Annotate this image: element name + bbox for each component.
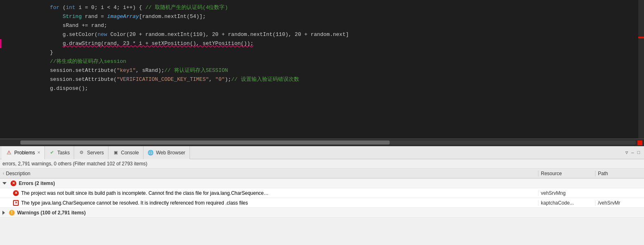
errors-expand-icon[interactable] <box>2 182 7 185</box>
problems-table: ↑ Description Resource Path ✕ Errors (2 … <box>0 169 644 245</box>
col-desc-label: Description <box>6 171 31 176</box>
tab-tasks[interactable]: ✔ Tasks <box>45 146 75 159</box>
code-line-7: //将生成的验证码存入session <box>0 57 644 66</box>
error-1-resource: vehSrvMng <box>538 190 595 196</box>
code-line-5: g.drawString(rand, 23 * i + setXPosition… <box>0 39 644 48</box>
errors-group-header[interactable]: ✕ Errors (2 items) <box>0 178 644 188</box>
error-1-icon: ✕ <box>13 190 19 196</box>
col-desc-header: ↑ Description <box>0 171 538 176</box>
table-header: ↑ Description Resource Path <box>0 169 644 178</box>
console-icon: ▣ <box>112 149 119 156</box>
filter-bar: errors, 2,791 warnings, 0 others (Filter… <box>0 159 644 169</box>
tab-bar-left: ⚠ Problems ✕ ✔ Tasks ⚙ Servers ▣ Console… <box>2 146 190 159</box>
minimize-panel-button[interactable]: — <box>631 149 635 156</box>
warnings-group-icon: ! <box>9 210 15 216</box>
code-line-8: session.setAttribute( "key1" , sRand); /… <box>0 66 644 75</box>
tab-webbrowser[interactable]: 🌐 Web Browser <box>143 146 190 159</box>
servers-icon: ⚙ <box>78 149 85 156</box>
warnings-group-label: Warnings (100 of 2,791 items) <box>17 210 86 216</box>
desc-sort-arrow[interactable]: ↑ <box>2 172 4 176</box>
filter-summary: errors, 2,791 warnings, 0 others (Filter… <box>2 161 148 167</box>
error-1-desc: ✕ The project was not built since its bu… <box>0 190 538 196</box>
minimap-red-indicator <box>637 140 642 145</box>
bottom-panel: ⚠ Problems ✕ ✔ Tasks ⚙ Servers ▣ Console… <box>0 146 644 245</box>
table-body: ✕ Errors (2 items) ✕ The project was not… <box>0 178 644 218</box>
code-line-3: sRand += rand; <box>0 21 644 30</box>
minimap-error-mark <box>638 37 644 38</box>
col-path-header: Path <box>595 171 644 176</box>
col-resource-header: Resource <box>538 171 595 176</box>
code-line-1: for ( int i = 0; i < 4; i++) { // 取随机产生的… <box>0 3 644 12</box>
minimize-view-button[interactable]: ▽ <box>624 149 629 156</box>
error-2-path: /vehSrvMr <box>595 200 644 206</box>
tab-servers-label: Servers <box>87 150 104 156</box>
warnings-group-header[interactable]: ! Warnings (100 of 2,791 items) <box>0 208 644 218</box>
scrollbar-track[interactable] <box>20 140 636 145</box>
problems-icon: ⚠ <box>6 149 12 156</box>
col-path-label: Path <box>598 171 608 176</box>
col-resource-label: Resource <box>541 171 562 176</box>
tab-problems-close[interactable]: ✕ <box>37 150 40 155</box>
tab-bar: ⚠ Problems ✕ ✔ Tasks ⚙ Servers ▣ Console… <box>0 146 644 159</box>
minimap <box>638 0 644 139</box>
scrollbar-thumb[interactable] <box>20 140 390 145</box>
web-icon: 🌐 <box>148 149 154 156</box>
tab-console-label: Console <box>121 150 139 156</box>
tab-tasks-label: Tasks <box>57 150 70 156</box>
warnings-group-desc: ! Warnings (100 of 2,791 items) <box>0 210 538 216</box>
tab-servers[interactable]: ⚙ Servers <box>74 146 108 159</box>
tasks-icon: ✔ <box>49 149 55 156</box>
errors-group-icon: ✕ <box>11 180 16 186</box>
code-editor: for ( int i = 0; i < 4; i++) { // 取随机产生的… <box>0 0 644 139</box>
horizontal-scrollbar[interactable] <box>0 139 644 146</box>
code-line-2: String rand = imageArray [random.nextInt… <box>0 12 644 21</box>
tab-problems[interactable]: ⚠ Problems ✕ <box>2 146 45 159</box>
code-line-10: g.dispose(); <box>0 84 644 93</box>
table-row[interactable]: ✕ The type java.lang.CharSequence cannot… <box>0 198 644 208</box>
errors-group-label: Errors (2 items) <box>19 180 55 186</box>
error-2-text: The type java.lang.CharSequence cannot b… <box>21 200 248 206</box>
warnings-expand-icon[interactable] <box>2 211 5 215</box>
tab-console[interactable]: ▣ Console <box>108 146 143 159</box>
error-2-desc: ✕ The type java.lang.CharSequence cannot… <box>0 200 538 206</box>
code-line-4: g.setColor( new Color(20 + random.nextIn… <box>0 30 644 39</box>
maximize-panel-button[interactable]: □ <box>636 149 641 156</box>
code-line-6: } <box>0 48 644 57</box>
table-row[interactable]: ✕ The project was not built since its bu… <box>0 188 644 198</box>
tab-problems-label: Problems <box>14 150 35 156</box>
error-1-text: The project was not built since its buil… <box>21 190 269 196</box>
tab-webbrowser-label: Web Browser <box>156 150 185 156</box>
error-2-icon: ✕ <box>13 200 19 206</box>
errors-group-desc: ✕ Errors (2 items) <box>0 180 538 186</box>
error-2-resource: kaptchaCode... <box>538 200 595 206</box>
tab-bar-right: ▽ — □ <box>624 149 642 156</box>
code-line-9: session.setAttribute( "VERIFICATION_CODE… <box>0 75 644 84</box>
